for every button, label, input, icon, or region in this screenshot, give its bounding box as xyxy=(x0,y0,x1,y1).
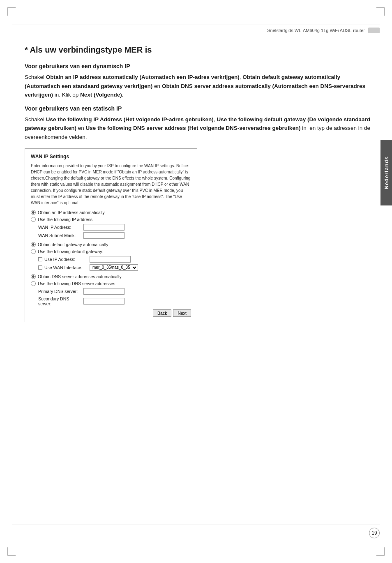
wan-radio-4-label: Use the following default gateway: xyxy=(38,249,103,254)
use-wan-label: Use WAN Interface: xyxy=(44,265,90,270)
wan-radio-2-label: Use the following IP address: xyxy=(38,217,94,222)
wan-ip-row: WAN IP Address: xyxy=(38,224,191,231)
footer-bar: 19 xyxy=(12,524,380,538)
page-number: 19 xyxy=(369,528,380,538)
subsection2-title: Voor gebruikers van een statisch IP xyxy=(25,105,371,112)
use-wan-row: Use WAN Interface: mer_0_35/nas_0_35 xyxy=(38,264,191,271)
wan-subnet-input[interactable] xyxy=(83,232,125,239)
side-tab: Nederlands xyxy=(380,140,392,205)
header-title: Snelstartgids WL-AM604g 11g WiFi ADSL-ro… xyxy=(267,28,380,33)
use-ip-row: Use IP Address: xyxy=(38,256,191,263)
corner-mark-br xyxy=(376,547,385,556)
primary-dns-input[interactable] xyxy=(83,288,125,295)
use-ip-input[interactable] xyxy=(90,256,131,263)
section-title: * Als uw verbindingstype MER is xyxy=(25,45,371,55)
wan-radio-6-label: Use the following DNS server addresses: xyxy=(38,281,116,286)
wan-subnet-label: WAN Subnet Mask: xyxy=(38,233,83,238)
wan-radio-row-5: Obtain DNS server addresses automaticall… xyxy=(31,274,191,279)
wan-radio-3[interactable] xyxy=(31,242,36,247)
side-tab-label: Nederlands xyxy=(383,156,390,189)
use-wan-checkbox[interactable] xyxy=(38,265,42,270)
use-ip-label: Use IP Address: xyxy=(44,257,90,262)
wan-radio-4[interactable] xyxy=(31,249,36,254)
wan-description: Enter information provided to you by you… xyxy=(31,163,191,206)
primary-dns-row: Primary DNS server: xyxy=(38,288,191,295)
wan-radio-6[interactable] xyxy=(31,281,36,286)
wan-interface-select[interactable]: mer_0_35/nas_0_35 xyxy=(90,264,138,271)
back-button[interactable]: Back xyxy=(153,309,171,317)
wan-ip-label: WAN IP Address: xyxy=(38,225,83,230)
wan-radio-3-label: Obtain default gateway automatically xyxy=(38,242,108,247)
subsection2-body: Schakel Use the following IP Address (He… xyxy=(25,115,371,142)
use-ip-checkbox[interactable] xyxy=(38,257,42,261)
secondary-dns-row: Secondary DNS server: xyxy=(38,296,191,306)
corner-mark-tr xyxy=(376,7,385,16)
next-button[interactable]: Next xyxy=(173,309,191,317)
wan-ip-input[interactable] xyxy=(83,224,125,231)
subsection1-body: Schakel Obtain an IP address automatical… xyxy=(25,73,371,99)
primary-dns-label: Primary DNS server: xyxy=(38,289,83,294)
wan-radio-row-6: Use the following DNS server addresses: xyxy=(31,281,191,286)
secondary-dns-label: Secondary DNS server: xyxy=(38,296,83,306)
wan-radio-5-label: Obtain DNS server addresses automaticall… xyxy=(38,274,122,279)
main-content: * Als uw verbindingstype MER is Voor geb… xyxy=(25,37,371,526)
header-icon xyxy=(368,28,380,33)
wan-ip-settings-box: WAN IP Settings Enter information provid… xyxy=(25,148,197,322)
corner-mark-bl xyxy=(7,547,16,556)
wan-radio-2[interactable] xyxy=(31,217,36,222)
subsection1-title: Voor gebruikers van een dynamisch IP xyxy=(25,63,371,69)
corner-mark-tl xyxy=(7,7,16,16)
wan-radio-5[interactable] xyxy=(31,274,36,279)
wan-radio-1[interactable] xyxy=(31,210,36,215)
wan-subnet-row: WAN Subnet Mask: xyxy=(38,232,191,239)
wan-box-title: WAN IP Settings xyxy=(31,154,191,159)
header-title-text: Snelstartgids WL-AM604g 11g WiFi ADSL-ro… xyxy=(267,28,365,33)
wan-buttons: Back Next xyxy=(31,309,191,317)
wan-radio-row-2: Use the following IP address: xyxy=(31,217,191,222)
secondary-dns-input[interactable] xyxy=(83,298,125,305)
wan-radio-1-label: Obtain an IP address automatically xyxy=(38,210,105,215)
wan-radio-row-1: Obtain an IP address automatically xyxy=(31,210,191,215)
header-bar: Snelstartgids WL-AM604g 11g WiFi ADSL-ro… xyxy=(12,25,380,33)
wan-radio-row-4: Use the following default gateway: xyxy=(31,249,191,254)
wan-radio-row-3: Obtain default gateway automatically xyxy=(31,242,191,247)
